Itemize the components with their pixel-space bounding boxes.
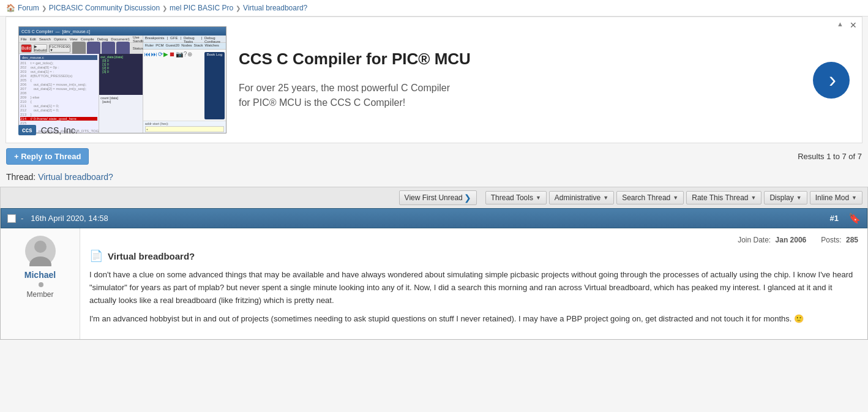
breadcrumb-sep-2: ❯ — [162, 5, 167, 12]
caret-icon: ▼ — [536, 195, 541, 201]
ad-content: CCS C Compiler for PIC® MCU For over 25 … — [239, 50, 801, 110]
breadcrumb-mel[interactable]: mel PIC BASIC Pro — [170, 4, 233, 12]
bookmark-icon[interactable]: 🔖 — [848, 212, 861, 224]
ad-close-button[interactable]: ✕ — [850, 20, 857, 30]
user-role: Member — [7, 290, 73, 299]
action-row: + Reply to Thread Results 1 to 7 of 7 — [0, 143, 868, 170]
avatar — [25, 236, 56, 266]
ad-title: CCS C Compiler for PIC® MCU — [239, 50, 801, 69]
home-icon[interactable]: 🏠 — [6, 4, 15, 12]
post-date: 16th April 2020, 14:58 — [31, 214, 108, 223]
results-text: Results 1 to 7 of 7 — [798, 152, 862, 161]
join-date-label: Join Date: — [738, 236, 771, 244]
breadcrumb: 🏠 Forum ❯ PICBASIC Community Discussion … — [0, 0, 868, 17]
posts-block: Posts: 285 — [821, 236, 858, 244]
post-container: - 16th April 2020, 14:58 #1 🔖 Michael Me… — [0, 208, 868, 340]
ad-logo: ccs — [18, 125, 36, 135]
inline-mod-button[interactable]: Inline Mod ▼ — [810, 191, 862, 204]
post-title: Virtual breadboard? — [108, 251, 195, 261]
thread-title-link[interactable]: Virtual breadboard? — [38, 172, 113, 182]
thread-title-row: Thread: Virtual breadboard? — [0, 170, 868, 187]
post-date-dash: - — [21, 214, 23, 223]
display-button[interactable]: Display ▼ — [764, 191, 807, 204]
ad-arrow-button[interactable] — [813, 62, 850, 99]
posts-label: Posts: — [821, 236, 841, 244]
post-paragraph-2: I'm an advanced hobbyist but in and out … — [89, 313, 858, 326]
reply-button[interactable]: + Reply to Thread — [6, 148, 89, 165]
breadcrumb-thread[interactable]: Virtual breadboard? — [243, 4, 307, 12]
arrow-right-icon: ❯ — [464, 193, 471, 203]
join-date-value: Jan 2006 — [776, 236, 807, 244]
ad-company-row: ccs CCS, Inc. — [18, 125, 78, 135]
caret-icon-5: ▼ — [796, 195, 802, 201]
online-indicator — [39, 282, 43, 287]
breadcrumb-sep-3: ❯ — [236, 5, 241, 12]
ad-arrow-icon[interactable] — [813, 62, 850, 99]
caret-icon-4: ▼ — [751, 195, 757, 201]
ccs-titlebar: CCS C Compiler — [dev_mouse.c] — [19, 27, 226, 36]
administrative-button[interactable]: Administrative ▼ — [549, 191, 614, 204]
caret-icon-6: ▼ — [851, 195, 857, 201]
ad-banner: ▲ ✕ CCS C Compiler — [dev_mouse.c] FileE… — [6, 17, 862, 143]
post-content: Join Date: Jan 2006 Posts: 285 📄 Virtual… — [80, 228, 867, 339]
ad-label: ▲ — [837, 20, 844, 28]
view-first-unread-button[interactable]: View First Unread ❯ — [399, 190, 477, 205]
post-title-line: 📄 Virtual breadboard? — [89, 249, 858, 263]
toolbar: View First Unread ❯ Thread Tools ▼ Admin… — [0, 187, 868, 208]
ad-company-name: CCS, Inc. — [41, 125, 78, 135]
post-header: - 16th April 2020, 14:58 #1 🔖 — [1, 208, 867, 228]
search-thread-button[interactable]: Search Thread ▼ — [616, 191, 684, 204]
username[interactable]: Michael — [7, 270, 73, 280]
ccs-toolbar: Build ▶ Rebuild F1C7F0D30 ▼ Status Symbo… — [19, 43, 143, 54]
post-icon: 📄 — [89, 249, 103, 263]
ad-desc-text: For over 25 years, the most powerful C C… — [239, 81, 801, 110]
breadcrumb-forum[interactable]: Forum — [18, 4, 39, 12]
breadcrumb-sep-1: ❯ — [42, 5, 47, 12]
ad-screenshot: CCS C Compiler — [dev_mouse.c] FileEditS… — [18, 26, 226, 133]
svg-point-1 — [34, 241, 47, 253]
thread-tools-button[interactable]: Thread Tools ▼ — [485, 191, 547, 204]
post-sidebar: Michael Member — [1, 228, 80, 339]
post-inner: Michael Member Join Date: Jan 2006 Posts… — [1, 228, 867, 339]
post-paragraph-1: I don't have a clue on some advanced thi… — [89, 269, 858, 307]
post-checkbox[interactable] — [7, 214, 16, 223]
rate-this-thread-button[interactable]: Rate This Thread ▼ — [686, 191, 761, 204]
caret-icon-2: ▼ — [603, 195, 608, 201]
join-date-block: Join Date: Jan 2006 — [738, 236, 806, 244]
post-number: #1 — [830, 214, 839, 223]
posts-value: 285 — [846, 236, 858, 244]
breadcrumb-community[interactable]: PICBASIC Community Discussion — [49, 4, 160, 12]
thread-label: Thread: — [6, 172, 36, 182]
post-meta: Join Date: Jan 2006 Posts: 285 — [89, 236, 858, 244]
caret-icon-3: ▼ — [673, 195, 678, 201]
